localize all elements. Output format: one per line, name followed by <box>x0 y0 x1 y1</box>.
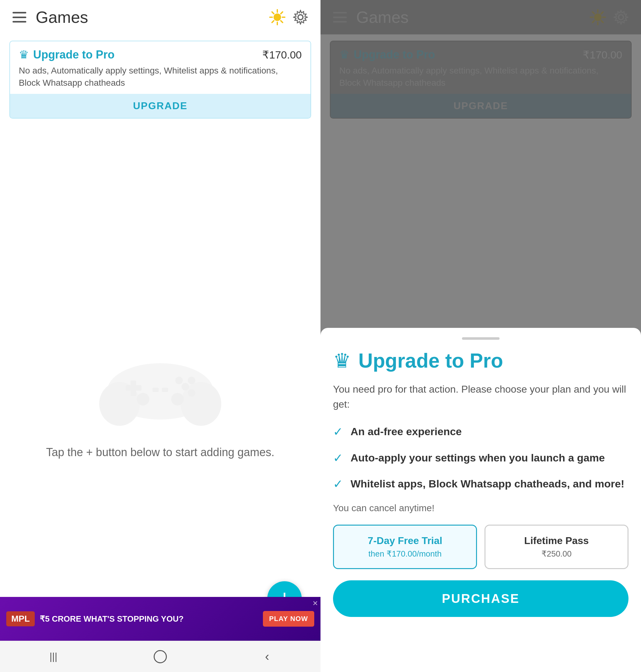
plan-lifetime[interactable]: Lifetime Pass ₹250.00 <box>485 524 628 569</box>
upgrade-pro-label: Upgrade to Pro <box>33 48 114 61</box>
plan-lifetime-sub: ₹250.00 <box>492 549 621 559</box>
plan-trial-sub: then ₹170.00/month <box>340 549 470 559</box>
back-icon: ‹ <box>265 649 269 663</box>
upgrade-card-header: ♛ Upgrade to Pro <box>19 48 114 61</box>
plan-options: 7-Day Free Trial then ₹170.00/month Life… <box>333 524 628 569</box>
upgrade-card-top: ♛ Upgrade to Pro ₹170.00 <box>10 41 311 65</box>
ad-close-icon[interactable]: ✕ <box>312 599 318 607</box>
svg-point-21 <box>137 393 149 405</box>
upgrade-modal-sheet: ♛ Upgrade to Pro You need pro for that a… <box>320 328 641 672</box>
top-bar-icons <box>269 9 308 25</box>
nav-recents[interactable]: ||| <box>41 647 66 666</box>
check-icon-3: ✓ <box>333 477 343 491</box>
upgrade-price: ₹170.00 <box>262 48 302 61</box>
crown-icon: ♛ <box>19 48 29 61</box>
ad-text: ₹5 CRORE WHAT'S STOPPING YOU? <box>40 614 263 624</box>
upgrade-button-label: UPGRADE <box>133 100 188 111</box>
svg-line-6 <box>281 20 283 23</box>
svg-rect-20 <box>162 388 168 392</box>
plan-trial[interactable]: 7-Day Free Trial then ₹170.00/month <box>333 524 477 569</box>
feature-item-3: ✓ Whitelist apps, Block Whatsapp chathea… <box>333 476 628 491</box>
upgrade-description: No ads, Automatically apply settings, Wh… <box>10 65 311 94</box>
check-icon-1: ✓ <box>333 425 343 439</box>
ad-banner[interactable]: MPL ₹5 CRORE WHAT'S STOPPING YOU? PLAY N… <box>0 597 320 641</box>
feature-item-2: ✓ Auto-apply your settings when you laun… <box>333 450 628 465</box>
nav-back[interactable]: ‹ <box>255 647 279 666</box>
page-title: Games <box>36 8 269 27</box>
svg-point-0 <box>274 13 281 21</box>
left-panel: Games <box>0 0 320 672</box>
hamburger-icon[interactable] <box>13 12 26 23</box>
home-icon <box>154 650 167 663</box>
check-icon-2: ✓ <box>333 451 343 465</box>
feature-list: ✓ An ad-free experience ✓ Auto-apply you… <box>333 424 628 491</box>
svg-point-15 <box>181 383 189 390</box>
sun-icon[interactable] <box>269 9 285 25</box>
empty-state-text: Tap the + button below to start adding g… <box>46 446 274 459</box>
left-top-bar: Games <box>0 0 320 34</box>
upgrade-card-left: ♛ Upgrade to Pro ₹170.00 No ads, Automat… <box>9 41 311 118</box>
svg-rect-14 <box>131 380 136 396</box>
plan-lifetime-title: Lifetime Pass <box>492 535 621 547</box>
recents-icon: ||| <box>50 651 57 662</box>
svg-rect-19 <box>152 388 159 392</box>
nav-home[interactable] <box>148 647 173 666</box>
gear-icon[interactable] <box>293 10 308 25</box>
feature-text-2: Auto-apply your settings when you launch… <box>351 450 605 465</box>
upgrade-button[interactable]: UPGRADE <box>10 94 311 118</box>
cancel-note: You can cancel anytime! <box>333 503 628 513</box>
svg-point-17 <box>175 377 183 384</box>
svg-point-9 <box>298 15 303 20</box>
modal-subtitle: You need pro for that action. Please cho… <box>333 382 628 412</box>
svg-line-8 <box>272 20 274 23</box>
modal-title: Upgrade to Pro <box>358 349 503 372</box>
plan-trial-title: 7-Day Free Trial <box>340 535 470 547</box>
svg-point-16 <box>188 377 195 384</box>
ad-cta-button[interactable]: PLAY NOW <box>263 611 314 627</box>
feature-text-3: Whitelist apps, Block Whatsapp chatheads… <box>351 476 624 491</box>
modal-crown-icon: ♛ <box>333 349 351 372</box>
svg-line-5 <box>272 12 274 14</box>
right-panel: Games <box>320 0 641 672</box>
modal-title-row: ♛ Upgrade to Pro <box>333 349 628 372</box>
purchase-button-label: PURCHASE <box>442 592 520 605</box>
purchase-button[interactable]: PURCHASE <box>333 580 628 617</box>
svg-point-22 <box>171 393 184 405</box>
svg-line-7 <box>281 12 283 14</box>
feature-text-1: An ad-free experience <box>351 424 462 439</box>
modal-drag-handle[interactable] <box>462 337 500 340</box>
ad-logo: MPL <box>6 611 35 626</box>
svg-point-18 <box>188 389 195 397</box>
feature-item-1: ✓ An ad-free experience <box>333 424 628 439</box>
gamepad-illustration <box>95 338 226 433</box>
bottom-nav-left: ||| ‹ <box>0 641 320 672</box>
